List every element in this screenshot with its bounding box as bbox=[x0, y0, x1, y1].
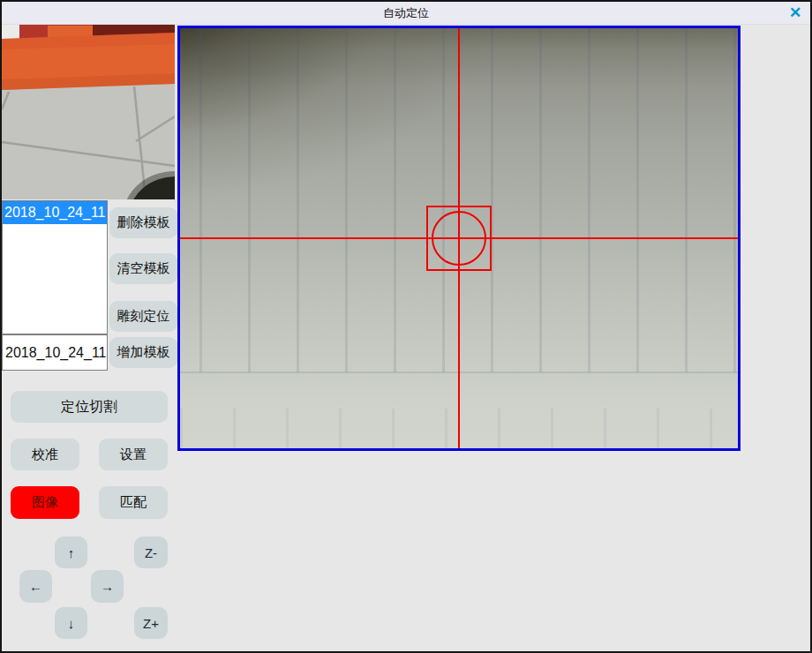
delete-template-button[interactable]: 删除模板 bbox=[109, 207, 177, 238]
template-list[interactable]: 2018_10_24_11 bbox=[2, 200, 108, 334]
camera-view bbox=[177, 26, 741, 451]
jog-z-plus-button[interactable]: Z+ bbox=[134, 607, 168, 639]
close-icon[interactable]: ✕ bbox=[786, 4, 805, 23]
jog-z-minus-button[interactable]: Z- bbox=[134, 537, 168, 568]
add-template-button[interactable]: 增加模板 bbox=[109, 337, 177, 368]
title-bar: 自动定位 ✕ bbox=[2, 2, 810, 25]
match-button[interactable]: 匹配 bbox=[99, 486, 168, 519]
template-list-item[interactable]: 2018_10_24_11 bbox=[3, 201, 107, 224]
settings-button[interactable]: 设置 bbox=[99, 439, 168, 470]
engrave-position-button[interactable]: 雕刻定位 bbox=[109, 301, 177, 332]
dialog-title: 自动定位 bbox=[2, 2, 810, 25]
calibrate-button[interactable]: 校准 bbox=[11, 439, 79, 470]
jog-up-button[interactable]: ↑ bbox=[55, 537, 87, 568]
jog-left-button[interactable]: ← bbox=[19, 570, 52, 603]
template-preview-image bbox=[2, 25, 175, 199]
auto-position-dialog: 自动定位 ✕ bbox=[0, 0, 812, 653]
template-name-input[interactable] bbox=[2, 334, 108, 371]
template-preview-graphic bbox=[2, 25, 175, 199]
position-cut-button[interactable]: 定位切割 bbox=[11, 391, 168, 423]
target-circle-marker bbox=[432, 211, 486, 266]
jog-down-button[interactable]: ↓ bbox=[55, 607, 87, 639]
image-button[interactable]: 图像 bbox=[11, 486, 79, 519]
clear-templates-button[interactable]: 清空模板 bbox=[109, 253, 177, 284]
jog-right-button[interactable]: → bbox=[91, 570, 124, 603]
